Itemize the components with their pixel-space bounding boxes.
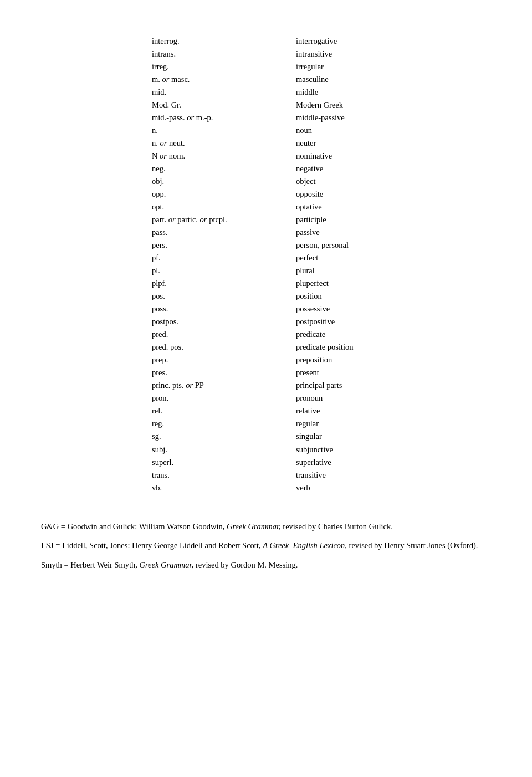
abbr-term-row: trans. <box>152 469 296 481</box>
abbr-def-row: nominative <box>296 150 473 162</box>
abbr-term-row: Mod. Gr. <box>152 99 296 111</box>
abbr-term-row: mid.-pass. or m.-p. <box>152 112 296 124</box>
abbr-def-row: middle-passive <box>296 112 473 124</box>
bib-entry: G&G = Goodwin and Gulick: William Watson… <box>41 520 491 533</box>
abbr-def-row: verb <box>296 482 473 494</box>
abbr-def-row: plural <box>296 265 473 277</box>
abbr-term-row: N or nom. <box>152 150 296 162</box>
abbr-def-row: perfect <box>296 252 473 264</box>
abbr-def-row: regular <box>296 418 473 430</box>
abbr-term-row: vb. <box>152 482 296 494</box>
abbr-term-row: intrans. <box>152 48 296 60</box>
abbr-term-row: pred. pos. <box>152 341 296 353</box>
abbr-def-row: neuter <box>296 137 473 149</box>
abbreviations-table: interrog.intrans.irreg.m. or masc.mid.Mo… <box>152 35 491 494</box>
abbr-term-row: pred. <box>152 329 296 340</box>
abbr-def-row: participle <box>296 214 473 226</box>
abbr-term-row: sg. <box>152 431 296 442</box>
bib-entry: Smyth = Herbert Weir Smyth, Greek Gramma… <box>41 559 491 571</box>
abbr-term-row: part. or partic. or ptcpl. <box>152 214 296 226</box>
abbr-def-row: noun <box>296 125 473 136</box>
abbr-def-row: preposition <box>296 354 473 366</box>
abbr-def-row: predicate <box>296 329 473 340</box>
abbr-def-row: intransitive <box>296 48 473 60</box>
abbr-term-row: pass. <box>152 227 296 238</box>
abbr-def-row: object <box>296 176 473 187</box>
abbr-def-row: interrogative <box>296 35 473 47</box>
abbr-term-row: subj. <box>152 444 296 456</box>
abbr-def-row: opposite <box>296 188 473 200</box>
abbr-term-row: neg. <box>152 163 296 175</box>
bibliography: G&G = Goodwin and Gulick: William Watson… <box>41 520 491 571</box>
abbr-def-row: present <box>296 367 473 379</box>
abbr-term-row: pres. <box>152 367 296 379</box>
abbr-def-row: person, personal <box>296 239 473 251</box>
abbr-term-row: pers. <box>152 239 296 251</box>
abbr-def-row: middle <box>296 86 473 98</box>
abbr-def-row: irregular <box>296 61 473 73</box>
abbr-def-row: Modern Greek <box>296 99 473 111</box>
abbr-def-row: passive <box>296 227 473 238</box>
abbr-term-row: irreg. <box>152 61 296 73</box>
abbr-term-row: n. or neut. <box>152 137 296 149</box>
abbr-term-row: mid. <box>152 86 296 98</box>
abbr-term-row: pos. <box>152 290 296 302</box>
abbr-term-row: prep. <box>152 354 296 366</box>
abbr-def-row: negative <box>296 163 473 175</box>
abbr-term-row: princ. pts. or PP <box>152 380 296 391</box>
abbr-term-row: obj. <box>152 176 296 187</box>
page: interrog.intrans.irreg.m. or masc.mid.Mo… <box>0 0 532 777</box>
abbr-def-row: postpositive <box>296 316 473 328</box>
abbr-term-row: superl. <box>152 457 296 468</box>
abbr-term-row: opp. <box>152 188 296 200</box>
abbr-term-row: poss. <box>152 303 296 315</box>
abbr-def-row: superlative <box>296 457 473 468</box>
abbr-term-row: n. <box>152 125 296 136</box>
abbr-def-row: principal parts <box>296 380 473 391</box>
abbreviations-terms-column: interrog.intrans.irreg.m. or masc.mid.Mo… <box>152 35 296 494</box>
abbr-term-row: pl. <box>152 265 296 277</box>
abbr-term-row: interrog. <box>152 35 296 47</box>
abbr-def-row: possessive <box>296 303 473 315</box>
abbr-def-row: predicate position <box>296 341 473 353</box>
abbr-term-row: pf. <box>152 252 296 264</box>
abbr-term-row: opt. <box>152 201 296 213</box>
abbr-term-row: reg. <box>152 418 296 430</box>
abbr-def-row: pluperfect <box>296 278 473 289</box>
abbr-term-row: m. or masc. <box>152 74 296 85</box>
abbr-def-row: transitive <box>296 469 473 481</box>
abbr-def-row: relative <box>296 405 473 417</box>
abbr-term-row: plpf. <box>152 278 296 289</box>
abbr-def-row: position <box>296 290 473 302</box>
abbr-term-row: postpos. <box>152 316 296 328</box>
abbreviations-defs-column: interrogativeintransitiveirregularmascul… <box>296 35 473 494</box>
abbr-def-row: optative <box>296 201 473 213</box>
bib-entry: LSJ = Liddell, Scott, Jones: Henry Georg… <box>41 539 491 551</box>
abbr-def-row: subjunctive <box>296 444 473 456</box>
abbr-def-row: singular <box>296 431 473 442</box>
abbr-term-row: pron. <box>152 392 296 404</box>
abbr-term-row: rel. <box>152 405 296 417</box>
abbr-def-row: pronoun <box>296 392 473 404</box>
abbr-def-row: masculine <box>296 74 473 85</box>
